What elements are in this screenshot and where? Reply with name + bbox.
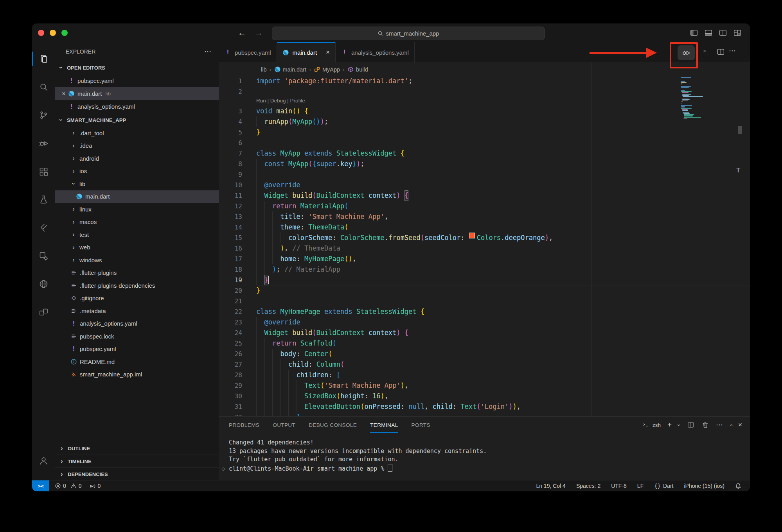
- breadcrumb-myapp[interactable]: MyApp: [314, 66, 340, 73]
- customize-layout-icon[interactable]: [733, 29, 742, 37]
- code-line-15[interactable]: 15colorScheme: ColorScheme.fromSeed(seed…: [219, 233, 750, 243]
- tree-file-.metadata[interactable]: .metadata: [55, 305, 219, 317]
- code-editor[interactable]: 1import 'package:flutter/material.dart';…: [219, 76, 750, 416]
- code-line-1[interactable]: 1import 'package:flutter/material.dart';: [219, 76, 750, 86]
- run-in-terminal-icon[interactable]: >_: [703, 48, 710, 54]
- close-tab-icon[interactable]: ×: [326, 48, 330, 56]
- source-control-icon[interactable]: [32, 105, 55, 125]
- code-line-23[interactable]: 23@override: [219, 317, 750, 328]
- new-terminal-icon[interactable]: +: [667, 421, 672, 429]
- globe-icon[interactable]: [32, 274, 55, 294]
- project-root-section[interactable]: › SMART_MACHINE_APP: [55, 113, 219, 127]
- forward-button[interactable]: →: [255, 28, 263, 38]
- zoom-window-button[interactable]: [61, 30, 68, 36]
- close-panel-icon[interactable]: ×: [738, 421, 742, 429]
- code-line-28[interactable]: 28children: [: [219, 370, 750, 380]
- more-actions-icon[interactable]: ⋯: [729, 47, 736, 55]
- panel-tab-debug-console[interactable]: DEBUG CONSOLE: [309, 417, 357, 433]
- kill-terminal-trash-icon[interactable]: [701, 421, 709, 429]
- remote-explorer-icon[interactable]: [32, 302, 55, 322]
- flutter-outline-icon[interactable]: [32, 217, 55, 238]
- minimize-window-button[interactable]: [50, 30, 56, 36]
- tree-folder-test[interactable]: ›test: [55, 228, 219, 241]
- back-button[interactable]: ←: [238, 28, 246, 38]
- code-line-16[interactable]: 16), // ThemeData: [219, 243, 750, 254]
- panel-tab-terminal[interactable]: TERMINAL: [370, 417, 398, 433]
- terminal-prompt[interactable]: ○clint@Clints-MacBook-Air smart_machine_…: [229, 464, 750, 473]
- explorer-more-actions-icon[interactable]: ⋯: [204, 47, 211, 56]
- code-line-2[interactable]: 2: [219, 86, 750, 97]
- close-editor-icon[interactable]: ×: [59, 90, 68, 97]
- code-line-29[interactable]: 29Text('Smart Machine App'),: [219, 380, 750, 391]
- status-item-dart[interactable]: {}Dart: [654, 483, 673, 489]
- code-line-17[interactable]: 17home: MyHomePage(),: [219, 254, 750, 264]
- code-line-9[interactable]: 9: [219, 169, 750, 180]
- run-and-debug-icon[interactable]: [32, 133, 55, 153]
- tree-folder-lib[interactable]: ›lib: [55, 177, 219, 190]
- code-line-6[interactable]: 6: [219, 138, 750, 148]
- split-terminal-icon[interactable]: [687, 421, 695, 429]
- tree-folder-.dart_tool[interactable]: ›.dart_tool: [55, 127, 219, 140]
- panel-more-actions-icon[interactable]: ⋯: [716, 421, 723, 429]
- panel-tab-output[interactable]: OUTPUT: [273, 417, 295, 433]
- tree-file-pubspec.lock[interactable]: pubspec.lock: [55, 330, 219, 343]
- code-line-24[interactable]: 24Widget build(BuildContext context) {: [219, 328, 750, 338]
- ports-status[interactable]: 0: [90, 483, 101, 489]
- toggle-panel-icon[interactable]: [704, 29, 713, 37]
- code-line-10[interactable]: 10@override: [219, 180, 750, 190]
- code-line-14[interactable]: 14theme: ThemeData(: [219, 222, 750, 233]
- status-item-spaces-2[interactable]: Spaces: 2: [576, 483, 600, 489]
- status-item-iphone-15-ios-[interactable]: iPhone (15) (ios): [684, 483, 725, 489]
- code-line-19[interactable]: 19}: [219, 275, 750, 285]
- tree-file-.gitignore[interactable]: .gitignore: [55, 292, 219, 305]
- code-line-21[interactable]: 21: [219, 296, 750, 306]
- tree-file-.flutter-plugins-dependencies[interactable]: .flutter-plugins-dependencies: [55, 279, 219, 292]
- code-line-26[interactable]: 26body: Center(: [219, 349, 750, 359]
- minimap[interactable]: [681, 77, 709, 119]
- tree-file-analysis_options.yaml[interactable]: !analysis_options.yaml: [55, 317, 219, 330]
- testing-icon[interactable]: [32, 189, 55, 210]
- code-line-31[interactable]: 31ElevatedButton(onPressed: null, child:…: [219, 401, 750, 412]
- panel-tab-ports[interactable]: PORTS: [412, 417, 430, 433]
- breadcrumb-build[interactable]: build: [347, 66, 368, 73]
- maximize-panel-chevron-icon[interactable]: ›: [727, 424, 734, 426]
- command-center-search[interactable]: smart_machine_app: [272, 27, 545, 40]
- status-item-ln-19-col-4[interactable]: Ln 19, Col 4: [536, 483, 566, 489]
- close-window-button[interactable]: [38, 30, 44, 36]
- sidebar-section-outline[interactable]: ›OUTLINE: [55, 442, 219, 455]
- status-item-utf-8[interactable]: UTF-8: [611, 483, 627, 489]
- status-item-lf[interactable]: LF: [637, 483, 644, 489]
- open-editors-section[interactable]: › OPEN EDITORS: [55, 61, 219, 74]
- tab-main-dart[interactable]: main.dart ×: [277, 42, 336, 63]
- tree-folder-.idea[interactable]: ›.idea: [55, 140, 219, 152]
- code-line-11[interactable]: 11Widget build(BuildContext context) {: [219, 190, 750, 201]
- search-icon[interactable]: [32, 77, 55, 97]
- split-editor-icon[interactable]: [717, 48, 725, 56]
- status-item-bell[interactable]: [735, 483, 741, 489]
- tree-folder-ios[interactable]: ›ios: [55, 165, 219, 178]
- tab-analysis-options-yaml[interactable]: ! analysis_options.yaml: [336, 42, 415, 63]
- remote-indicator-button[interactable]: ><: [32, 480, 49, 491]
- code-line-5[interactable]: 5}: [219, 127, 750, 138]
- code-line-25[interactable]: 25return Scaffold(: [219, 338, 750, 349]
- tree-file-.flutter-plugins[interactable]: .flutter-plugins: [55, 267, 219, 279]
- sidebar-section-timeline[interactable]: ›TIMELINE: [55, 455, 219, 468]
- open-editor-item[interactable]: !analysis_options.yaml: [55, 100, 219, 113]
- code-line-20[interactable]: 20}: [219, 285, 750, 296]
- tree-folder-macos[interactable]: ›macos: [55, 216, 219, 229]
- open-editor-item[interactable]: ×main.dartlib: [55, 87, 219, 100]
- tree-folder-windows[interactable]: ›windows: [55, 254, 219, 267]
- explorer-icon[interactable]: [32, 48, 55, 69]
- code-line-27[interactable]: 27child: Column(: [219, 359, 750, 370]
- split-editor-layout-icon[interactable]: [719, 29, 727, 37]
- tree-file-README.md[interactable]: README.md: [55, 355, 219, 368]
- problems-status[interactable]: 0 0: [55, 483, 82, 489]
- codelens[interactable]: Run | Debug | Profile: [256, 97, 750, 106]
- tree-file-smart_machine_app.iml[interactable]: smart_machine_app.iml: [55, 368, 219, 381]
- tree-file-main.dart[interactable]: main.dart: [55, 190, 219, 203]
- extensions-icon[interactable]: [32, 161, 55, 181]
- code-line-8[interactable]: 8const MyApp({super.key});: [219, 159, 750, 169]
- tab-pubspec-yaml[interactable]: ! pubspec.yaml: [219, 42, 277, 63]
- toggle-primary-sidebar-icon[interactable]: [690, 29, 698, 37]
- code-line-22[interactable]: 22class MyHomePage extends StatelessWidg…: [219, 306, 750, 317]
